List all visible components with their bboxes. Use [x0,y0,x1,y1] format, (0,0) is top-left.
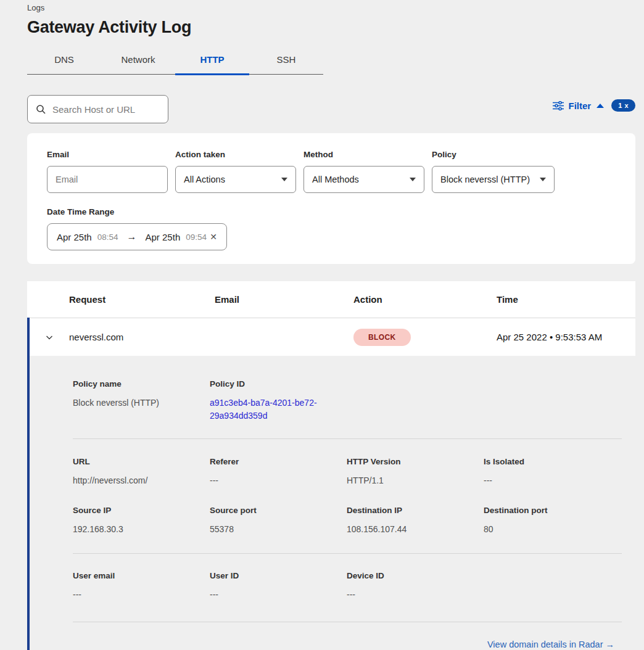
clear-date-range-icon[interactable]: ✕ [210,232,217,242]
action-taken-label: Action taken [175,150,296,159]
detail-user-email: User email --- [73,571,210,601]
toolbar: Filter 1 x [27,95,635,123]
filter-panel: Email Action taken All Actions Method Al… [27,133,635,264]
method-value: All Methods [312,175,359,184]
filter-controls: Filter 1 x [553,99,635,112]
start-date[interactable]: Apr 25th [57,232,92,242]
detail-url: URL http://neverssl.com/ [73,457,210,487]
search-icon [36,104,46,115]
chevron-down-icon [281,178,287,181]
chevron-down-icon[interactable] [44,332,54,342]
tab-dns[interactable]: DNS [27,47,101,74]
action-taken-value: All Actions [184,175,225,184]
detail-is-isolated: Is Isolated --- [484,457,622,487]
col-header-time: Time [497,294,635,305]
table-row[interactable]: neverssl.com BLOCK Apr 25 2022 • 9:53:53… [30,318,635,356]
search-input[interactable] [52,104,160,115]
policy-select[interactable]: Block neverssl (HTTP) [432,166,555,193]
detail-source-port: Source port 55378 [210,506,347,536]
tab-bar: DNS Network HTTP SSH [27,47,323,75]
view-radar-link[interactable]: View domain details in Radar → [487,640,614,649]
arrow-right-icon: → [127,231,137,242]
row-time: Apr 25 2022 • 9:53:53 AM [497,332,635,342]
col-header-email: Email [215,294,353,305]
detail-policy-id: Policy ID a91c3eb4-ba7a-4201-be72-29a934… [210,379,347,422]
tab-http[interactable]: HTTP [175,47,249,74]
col-header-action: Action [353,294,497,305]
breadcrumb[interactable]: Logs [27,0,635,12]
policy-value: Block neverssl (HTTP) [440,175,530,184]
row-request: neverssl.com [69,332,215,342]
detail-referer: Referer --- [210,457,347,487]
end-time[interactable]: 09:54 [186,232,207,242]
filter-field-policy: Policy Block neverssl (HTTP) [432,150,555,193]
policy-label: Policy [432,150,555,159]
date-range-picker[interactable]: Apr 25th 08:54 → Apr 25th 09:54 ✕ [47,223,227,250]
filter-icon [553,101,564,110]
end-date[interactable]: Apr 25th [146,232,181,242]
activity-log-table: Request Email Action Time neverssl.com B… [27,281,635,650]
detail-destination-ip: Destination IP 108.156.107.44 [347,506,484,536]
filter-field-action: Action taken All Actions [175,150,296,193]
divider [73,438,622,439]
detail-user-id: User ID --- [210,571,347,601]
detail-device-id: Device ID --- [347,571,484,601]
detail-source-ip: Source IP 192.168.30.3 [73,506,210,536]
action-taken-select[interactable]: All Actions [175,166,296,193]
chevron-down-icon [410,178,416,181]
method-select[interactable]: All Methods [303,166,424,193]
collapse-caret-icon[interactable] [597,104,604,108]
start-time[interactable]: 08:54 [97,232,118,242]
policy-id-link[interactable]: a91c3eb4-ba7a-4201-be72-29a934dd359d [210,397,336,422]
filter-button[interactable]: Filter [569,101,592,111]
expanded-row-container: neverssl.com BLOCK Apr 25 2022 • 9:53:53… [27,318,635,650]
filter-field-email: Email [47,150,168,193]
divider [73,553,622,554]
col-header-request: Request [69,294,215,305]
chevron-down-icon [540,178,546,181]
tab-network[interactable]: Network [101,47,175,74]
search-box[interactable] [27,95,168,123]
filter-count-badge[interactable]: 1 x [611,99,635,112]
page-content: Logs Gateway Activity Log DNS Network HT… [27,0,635,650]
detail-http-version: HTTP Version HTTP/1.1 [347,457,484,487]
tab-ssh[interactable]: SSH [249,47,323,74]
filter-field-method: Method All Methods [303,150,424,193]
detail-policy-name: Policy name Block neverssl (HTTP) [73,379,210,422]
row-detail-panel: Policy name Block neverssl (HTTP) Policy… [30,356,635,650]
email-input[interactable] [56,175,159,184]
date-time-range-label: Date Time Range [47,207,616,216]
status-badge: BLOCK [353,329,411,346]
detail-destination-port: Destination port 80 [484,506,622,536]
email-label: Email [47,150,168,159]
page-title: Gateway Activity Log [27,18,635,37]
table-header: Request Email Action Time [27,281,635,318]
method-label: Method [303,150,424,159]
